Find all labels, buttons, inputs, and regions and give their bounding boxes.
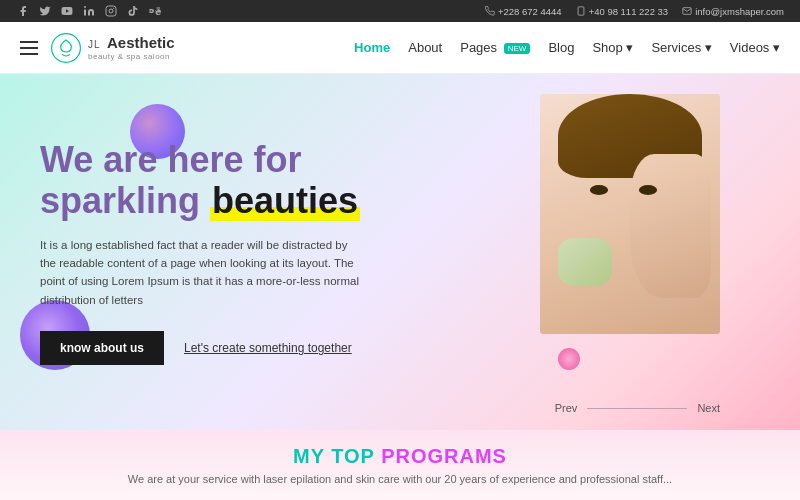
- hamburger-menu[interactable]: [20, 41, 38, 55]
- phone2: +40 98 111 222 33: [576, 6, 669, 17]
- hero-photo: [540, 94, 720, 334]
- tiktok-icon[interactable]: [126, 4, 140, 18]
- facebook-icon[interactable]: [16, 4, 30, 18]
- logo-jl: JL Aesthetic: [88, 34, 175, 52]
- hero-content: We are here for sparkling beauties It is…: [0, 109, 400, 395]
- nav-home[interactable]: Home: [354, 40, 390, 55]
- svg-point-0: [84, 6, 86, 8]
- nav-blog[interactable]: Blog: [548, 40, 574, 55]
- nav-services[interactable]: Services ▾: [651, 40, 711, 55]
- twitter-icon[interactable]: [38, 4, 52, 18]
- hero-image: [540, 94, 720, 334]
- logo-subtitle: beauty & spa saloon: [88, 52, 175, 61]
- social-icons: [16, 4, 162, 18]
- hero-title-beauties: beauties: [210, 180, 360, 221]
- behance-icon[interactable]: [148, 4, 162, 18]
- contact-info: +228 672 4444 +40 98 111 222 33 info@jxm…: [485, 6, 784, 17]
- hero-title-line2: sparkling beauties: [40, 180, 360, 221]
- hero-title-line1: We are here for: [40, 139, 360, 180]
- top-bar: +228 672 4444 +40 98 111 222 33 info@jxm…: [0, 0, 800, 22]
- hero-section: We are here for sparkling beauties It is…: [0, 74, 800, 430]
- programs-description: We are at your service with laser epilat…: [128, 473, 672, 485]
- know-about-us-button[interactable]: know about us: [40, 331, 164, 365]
- email: info@jxmshaper.com: [682, 6, 784, 17]
- blob-small-pink: [558, 348, 580, 370]
- logo-text: JL Aesthetic beauty & spa saloon: [88, 34, 175, 61]
- youtube-icon[interactable]: [60, 4, 74, 18]
- linkedin-icon[interactable]: [82, 4, 96, 18]
- nav-line: [587, 408, 687, 409]
- navbar: JL Aesthetic beauty & spa saloon Home Ab…: [0, 22, 800, 74]
- svg-rect-1: [106, 6, 116, 16]
- logo: JL Aesthetic beauty & spa saloon: [50, 32, 175, 64]
- nav-videos[interactable]: Videos ▾: [730, 40, 780, 55]
- phone1: +228 672 4444: [485, 6, 562, 17]
- programs-section: MY TOP PROGRAMS We are at your service w…: [0, 430, 800, 500]
- logo-icon: [50, 32, 82, 64]
- svg-point-6: [52, 33, 81, 62]
- instagram-icon[interactable]: [104, 4, 118, 18]
- nav-about[interactable]: About: [408, 40, 442, 55]
- svg-point-3: [114, 8, 115, 9]
- nav-left: JL Aesthetic beauty & spa saloon: [20, 32, 175, 64]
- new-badge: NEW: [504, 43, 531, 54]
- svg-point-2: [109, 9, 113, 13]
- svg-rect-4: [578, 7, 584, 15]
- create-together-button[interactable]: Let's create something together: [184, 341, 352, 355]
- programs-text: PROGRAMS: [381, 445, 507, 467]
- hero-title-sparkling: sparkling: [40, 180, 200, 221]
- hero-navigation: Prev Next: [555, 402, 720, 414]
- hero-description: It is a long established fact that a rea…: [40, 236, 360, 310]
- nav-links: Home About Pages NEW Blog Shop ▾ Service…: [354, 40, 780, 55]
- my-top-text: MY TOP: [293, 445, 381, 467]
- next-button[interactable]: Next: [697, 402, 720, 414]
- nav-pages[interactable]: Pages NEW: [460, 40, 530, 55]
- programs-title: MY TOP PROGRAMS: [293, 445, 507, 468]
- prev-button[interactable]: Prev: [555, 402, 578, 414]
- nav-shop[interactable]: Shop ▾: [592, 40, 633, 55]
- hero-buttons: know about us Let's create something tog…: [40, 331, 360, 365]
